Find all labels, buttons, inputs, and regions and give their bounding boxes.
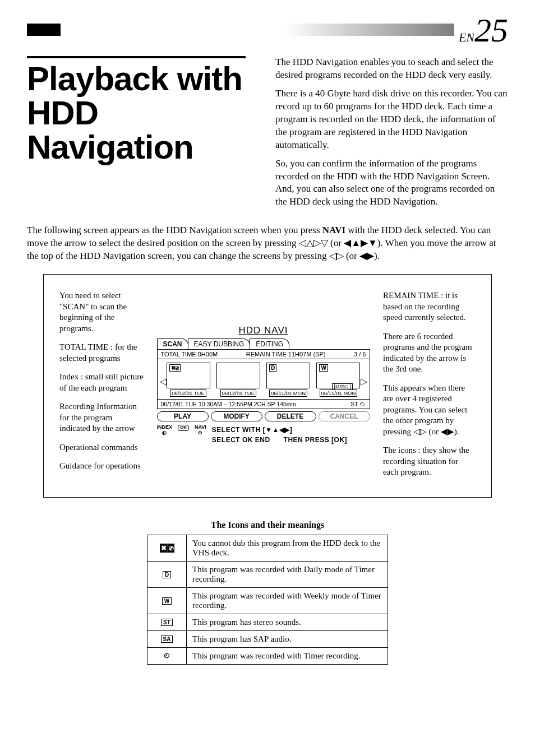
callout-guidance: Guidance for operations — [59, 461, 144, 472]
sap-desc: This program has SAP audio. — [187, 630, 388, 647]
page: EN25 Playback with HDD Navigation The HD… — [0, 0, 535, 692]
callout-remain-time: REMAIN TIME : it is based on the recordi… — [383, 290, 476, 323]
icons-table: ✖⎚ You cannot dub this program from the … — [147, 535, 388, 665]
remain-time: REMAIN TIME 11H07M (SP) — [246, 351, 326, 358]
no-dub-desc: You cannot dub this program from the HDD… — [187, 535, 388, 561]
navi-keyword: NAVI — [322, 225, 345, 235]
thumb-2-date: 06/12/01 TUE — [220, 389, 256, 397]
program-detail-row: 06/12/01 TUE 10:30AM – 12:55PM 2CH SP 14… — [157, 400, 370, 409]
callout-scroll: This appears when there are over 4 regis… — [383, 383, 476, 438]
page-number-value: 25 — [474, 12, 508, 49]
callout-index: Index : small still picture of the each … — [59, 372, 144, 393]
guidance-text: SELECT WITH [▼▲◀▶] SELECT OK END THEN PR… — [212, 425, 347, 445]
weekly-icon-cell: W — [147, 587, 187, 614]
tab-scan[interactable]: SCAN — [157, 338, 188, 349]
tab-editing[interactable]: EDITING — [250, 338, 289, 349]
body-text-a: The following screen appears as the HDD … — [27, 225, 322, 235]
timer-icon-cell: ⏲ — [147, 647, 187, 664]
nav-prev-icon[interactable]: ◁ — [160, 376, 167, 387]
command-row: PLAY MODIFY DELETE CANCEL — [157, 411, 370, 421]
thumb-2[interactable]: 06/12/01 TUE — [216, 363, 260, 397]
daily-icon-cell: D — [147, 561, 187, 587]
callout-recording-info: Recording Information for the program in… — [59, 401, 144, 434]
timer-desc: This program was recorded with Timer rec… — [187, 647, 388, 664]
callout-total-time: TOTAL TIME : for the selected programs — [59, 342, 144, 364]
page-title: Playback with HDD Navigation — [27, 62, 260, 165]
intro-paragraph-3: So, you can confirm the information of t… — [275, 157, 508, 209]
screen-title: HDD NAVI — [157, 325, 370, 336]
header-gradient — [61, 24, 508, 36]
modify-button[interactable]: MODIFY — [211, 411, 262, 421]
thumb-4-date: 06/11/01 MON — [320, 389, 358, 397]
callout-counter: There are 6 recorded programs and the pr… — [383, 331, 476, 375]
stereo-desc: This program has stereo sounds. — [187, 614, 388, 630]
program-detail: 06/12/01 TUE 10:30AM – 12:55PM 2CH SP 14… — [161, 401, 296, 407]
thumb-3[interactable]: D 06/11/01 MON — [266, 363, 310, 397]
guidance-row: INDEX◐ OK NAVI⊖ SELECT WITH [▼▲◀▶] SELEC… — [157, 425, 370, 445]
misc-badge: [MISC.] — [332, 383, 352, 390]
intro-columns: Playback with HDD Navigation The HDD Nav… — [27, 56, 508, 214]
navi-icon: NAVI⊖ — [195, 425, 206, 436]
thumbnail-area: ◁ ▷ ✖⎚ 06/12/01 TUE 06/12/01 TUE — [157, 359, 370, 400]
thumb-1[interactable]: ✖⎚ 06/12/01 TUE — [167, 363, 210, 397]
intro-paragraph-2: There is a 40 Gbyte hard disk drive on t… — [275, 87, 508, 152]
right-callouts: REMAIN TIME : it is based on the recordi… — [383, 290, 476, 486]
icons-table-title: The Icons and their meanings — [27, 520, 508, 530]
play-button[interactable]: PLAY — [157, 411, 209, 421]
sap-icon-cell: SA — [147, 630, 187, 647]
weekly-desc: This program was recorded with Weekly mo… — [187, 587, 388, 614]
left-callouts: You need to select "SCAN" to scan the be… — [59, 290, 144, 486]
nav-next-icon[interactable]: ▷ — [361, 376, 367, 387]
callout-scan: You need to select "SCAN" to scan the be… — [59, 290, 144, 334]
stereo-icon-cell: ST — [147, 614, 187, 630]
title-column: Playback with HDD Navigation — [27, 56, 260, 214]
body-paragraph: The following screen appears as the HDD … — [27, 224, 508, 263]
tab-row: SCAN EASY DUBBING EDITING — [157, 338, 370, 349]
table-row: ✖⎚ You cannot dub this program from the … — [147, 535, 388, 561]
table-row: D This program was recorded with Daily m… — [147, 561, 388, 587]
intro-paragraph-1: The HDD Navigation enables you to seach … — [275, 56, 508, 82]
header-black-block — [27, 24, 61, 36]
table-row: SA This program has SAP audio. — [147, 630, 388, 647]
table-row: ⏲ This program was recorded with Timer r… — [147, 647, 388, 664]
ok-icon: OK — [178, 425, 189, 431]
thumb-3-date: 06/11/01 MON — [269, 389, 307, 397]
callout-icons: The icons : they show the recording situ… — [383, 445, 476, 478]
header-bar: EN25 — [27, 17, 508, 45]
cancel-button[interactable]: CANCEL — [319, 411, 370, 421]
index-icon: INDEX◐ — [157, 425, 173, 436]
daily-desc: This program was recorded with Daily mod… — [187, 561, 388, 587]
title-rule — [27, 56, 246, 58]
thumb-4[interactable]: W 06/11/01 MON — [316, 363, 360, 397]
no-dub-icon-cell: ✖⎚ — [147, 535, 187, 561]
no-dub-icon: ✖⎚ — [169, 364, 181, 372]
delete-button[interactable]: DELETE — [265, 411, 316, 421]
time-info-row: TOTAL TIME 0H00M REMAIN TIME 11H07M (SP)… — [157, 349, 370, 359]
daily-icon: D — [269, 364, 276, 372]
intro-text-column: The HDD Navigation enables you to seach … — [275, 56, 508, 214]
navigation-diagram: You need to select "SCAN" to scan the be… — [43, 274, 492, 498]
program-detail-icons: ST ⏲ — [350, 401, 366, 407]
total-time: TOTAL TIME 0H00M — [161, 351, 218, 358]
weekly-icon: W — [319, 364, 328, 372]
tab-easy-dubbing[interactable]: EASY DUBBING — [188, 338, 251, 349]
table-row: W This program was recorded with Weekly … — [147, 587, 388, 614]
program-counter: 3 / 6 — [354, 351, 366, 358]
thumb-1-date: 06/12/01 TUE — [170, 389, 206, 397]
page-number: EN25 — [454, 13, 508, 47]
table-row: ST This program has stereo sounds. — [147, 614, 388, 630]
callout-commands: Operational commands — [59, 442, 144, 453]
page-lang: EN — [459, 30, 474, 44]
hdd-navi-screen: HDD NAVI SCAN EASY DUBBING EDITING TOTAL… — [153, 290, 374, 486]
